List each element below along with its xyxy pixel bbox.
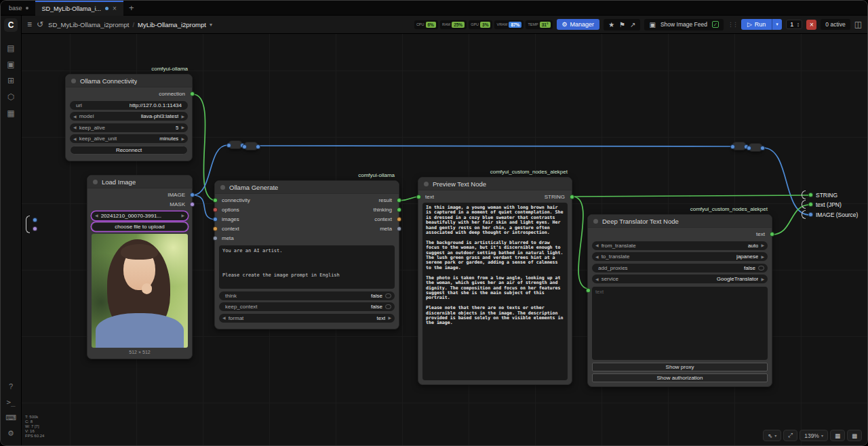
panel-toggle-icon[interactable]: ◫ [854,20,862,29]
combo-right-icon[interactable]: ▶ [761,255,764,259]
mask-output-slot[interactable] [190,202,195,207]
breadcrumb-current[interactable]: MyLib-Ollama_i2prompt [138,21,206,28]
combo-left-icon[interactable]: ◀ [595,243,599,247]
node-ollama-generate[interactable]: comfyui-ollama Ollama Generate connectiv… [214,180,399,329]
combo-right-icon[interactable]: ▶ [181,125,184,129]
service-widget[interactable]: ◀ service GoogleTranslator ▶ [592,275,768,283]
collapsed-node-image-source[interactable]: IMAGE (Source) [802,210,858,219]
combo-left-icon[interactable]: ◀ [222,316,226,320]
settings-icon[interactable]: ⚙ [3,426,18,441]
collapse-dot[interactable] [220,185,225,190]
combo-left-icon[interactable]: ◀ [595,255,599,259]
add-proxies-toggle-widget[interactable]: add_proxies false [592,264,768,272]
combo-right-icon[interactable]: ▶ [181,115,184,119]
workspace-chip[interactable]: base [6,5,35,12]
keep-context-toggle-widget[interactable]: keep_context false [219,302,395,311]
collapse-dot[interactable] [593,219,598,224]
reroute-out-slot[interactable] [256,144,260,149]
reroute-node[interactable] [748,143,763,152]
reroute-node[interactable] [228,140,243,149]
collapse-dot[interactable] [424,182,429,186]
reroute-in-slot[interactable] [242,144,247,149]
workflows-icon[interactable]: ▤ [3,41,18,56]
node-load-image[interactable]: Load Image IMAGE MASK ◀ 202 [87,175,193,359]
upload-button[interactable]: choose file to upload [92,222,188,231]
fit-view-button[interactable]: ⤢ [783,430,797,441]
star-icon[interactable]: ★ [608,21,614,28]
text-input-slot[interactable] [586,288,591,293]
reroute-node[interactable] [243,142,258,150]
select-mode-button[interactable]: ⇖ ▾ [763,430,781,441]
combo-left-icon[interactable]: ◀ [73,125,77,129]
from-translate-widget[interactable]: ◀ from_translate auto ▶ [592,241,768,250]
node-deep-translator[interactable]: comfyui_custom_nodes_alekpet Deep Transl… [587,214,772,387]
connection-output-slot[interactable] [190,92,195,96]
comfyui-logo[interactable]: C [4,18,18,32]
keep-alive-unit-widget[interactable]: ◀ keep_alive_unit minutes ▶ [70,134,188,143]
breadcrumb-caret-icon[interactable]: ▾ [210,22,212,28]
run-button[interactable]: ▷ Run [741,19,772,30]
node-ollama-connectivity[interactable]: comfyui-ollama Ollama Connectivity conne… [65,74,193,161]
main-menu-icon[interactable]: ≡ [27,20,32,29]
string-input-slot[interactable] [808,192,813,197]
reroute-in-slot[interactable] [747,146,751,150]
context-input-slot[interactable] [213,226,218,231]
batch-count-stepper[interactable]: 1 ▴ ▾ [786,20,803,29]
combo-right-icon[interactable]: ▶ [761,243,764,247]
new-tab-button[interactable]: + [129,3,134,13]
reroute-out-slot[interactable] [760,146,765,150]
batch-decrement-icon[interactable]: ▾ [797,24,800,27]
combo-left-icon[interactable]: ◀ [73,137,77,141]
node-title-bar[interactable]: Load Image [87,176,192,188]
node-preview-text[interactable]: comfyui_custom_nodes_alekpet Preview Tex… [418,177,572,385]
help-icon[interactable]: ? [3,379,18,394]
think-toggle-widget[interactable]: think false [219,291,395,300]
image-feed-toggle[interactable]: ▣ Show Image Feed ✓ [644,19,723,31]
prompt-textarea[interactable]: You are an AI artist. Please create the … [219,245,395,289]
preview-textarea[interactable]: In this image, a young woman with long b… [422,203,568,380]
text-input-slot[interactable] [416,195,421,199]
run-options-caret[interactable]: ▾ [772,19,782,30]
combo-right-icon[interactable]: ▶ [761,277,764,281]
keep-alive-widget[interactable]: ◀ keep_alive 5 ▶ [70,123,188,132]
images-input-slot[interactable] [213,217,218,222]
node-title-bar[interactable]: Ollama Connectivity [66,75,192,87]
collapse-dot[interactable] [71,79,76,83]
image-combo-widget[interactable]: ◀ 20241210_00070-3991... ▶ [92,211,188,220]
text-output-slot[interactable] [770,232,774,237]
format-widget[interactable]: ◀ format text ▶ [219,314,395,323]
image-feed-checkbox[interactable]: ✓ [712,21,719,28]
node-title-bar[interactable]: Preview Text Node [418,178,572,190]
combo-left-icon[interactable]: ◀ [73,115,77,119]
node-title-bar[interactable]: Deep Translator Text Node [588,215,772,228]
options-input-slot[interactable] [213,207,218,212]
connectivity-input-slot[interactable] [213,198,218,203]
thinking-output-slot[interactable] [397,207,401,212]
clear-queue-button[interactable]: × [806,20,816,30]
shortcuts-icon[interactable]: ⌨ [3,410,18,425]
toolbar-drag-handle[interactable]: ⋮⋮ [728,21,737,28]
combo-right-icon[interactable]: ▶ [388,316,391,320]
collapsed-node-text-jpn[interactable]: text (JPN) [802,200,842,209]
image-slot[interactable] [33,218,37,222]
reroute-in-slot[interactable] [730,144,735,149]
combo-right-icon[interactable]: ▶ [181,214,184,218]
image-output-slot[interactable] [190,192,195,197]
show-authorization-button[interactable]: Show authorization [592,373,768,382]
reconnect-button[interactable]: Reconnect [70,146,188,155]
combo-left-icon[interactable]: ◀ [95,214,98,218]
meta-output-slot[interactable] [397,226,401,231]
share-icon[interactable]: ↗ [630,21,635,28]
node-library-icon[interactable]: ⬡ [3,89,18,104]
text-jpn-input-slot[interactable] [808,202,813,207]
collapse-dot[interactable] [93,180,98,184]
translator-textarea[interactable] [592,287,768,360]
mask-slot[interactable] [33,226,37,231]
image-source-input-slot[interactable] [808,212,813,217]
manager-button[interactable]: ⚙ Manager [557,19,600,30]
image-preview[interactable] [92,234,188,348]
toggle-grid-button[interactable]: ▦ [830,430,845,441]
to-translate-widget[interactable]: ◀ to_translate japanese ▶ [592,252,768,261]
queue-icon[interactable]: ⊞ [3,73,18,88]
reroute-in-slot[interactable] [226,143,231,148]
